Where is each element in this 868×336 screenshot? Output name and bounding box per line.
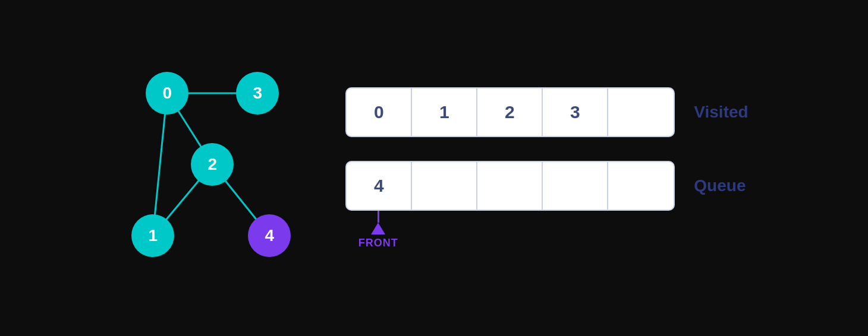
graph-container: 0 3 2 1 4 (119, 55, 310, 281)
node-2: 2 (191, 143, 234, 186)
node-1: 1 (131, 214, 174, 257)
node-3: 3 (236, 72, 279, 115)
visited-row: 0 1 2 3 Visited (345, 87, 748, 137)
node-4: 4 (248, 214, 291, 257)
front-cell-indicator: FRONT (345, 211, 411, 249)
visited-cell-1: 1 (412, 88, 477, 136)
visited-cell-4 (608, 88, 674, 136)
visited-array: 0 1 2 3 (345, 87, 675, 137)
visited-cell-2: 2 (477, 88, 543, 136)
visited-cell-3: 3 (543, 88, 608, 136)
front-label: FRONT (358, 237, 398, 249)
queue-label: Queue (694, 176, 746, 195)
visited-label: Visited (694, 103, 748, 122)
queue-cell-1 (412, 162, 477, 210)
visited-cell-0: 0 (347, 88, 412, 136)
right-panel: 0 1 2 3 Visited 4 Queue (345, 87, 748, 249)
front-arrow-line (378, 211, 379, 223)
front-indicator-row: FRONT (345, 211, 748, 249)
queue-array: 4 (345, 161, 675, 211)
front-arrow-head (371, 223, 385, 234)
main-container: 0 3 2 1 4 0 1 2 3 Visited (119, 55, 748, 281)
node-0: 0 (146, 72, 188, 115)
queue-wrapper: 4 Queue FRONT (345, 161, 748, 249)
queue-cell-0: 4 (347, 162, 412, 210)
queue-cell-2 (477, 162, 543, 210)
queue-cell-4 (608, 162, 674, 210)
queue-cell-3 (543, 162, 608, 210)
queue-row: 4 Queue (345, 161, 748, 211)
